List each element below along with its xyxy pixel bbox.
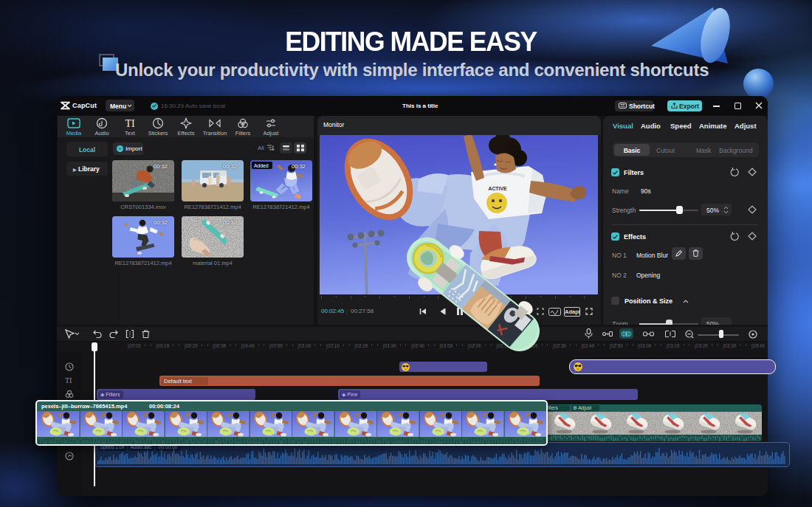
svg-text:TI: TI [125, 118, 135, 129]
svg-text:ACTIVE: ACTIVE [489, 186, 507, 191]
